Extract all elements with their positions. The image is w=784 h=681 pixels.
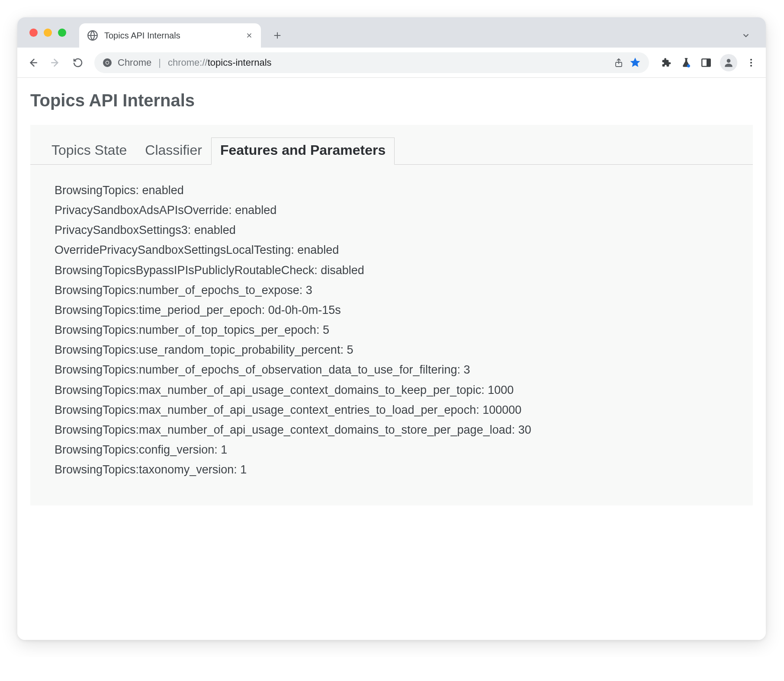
feature-row: BrowsingTopics:max_number_of_api_usage_c… <box>55 380 753 400</box>
feature-row: PrivacySandboxAdsAPIsOverride: enabled <box>55 200 753 220</box>
features-list: BrowsingTopics: enabled PrivacySandboxAd… <box>30 165 753 480</box>
feature-row: BrowsingTopics:taxonomy_version: 1 <box>55 460 753 480</box>
url-prefix: chrome:// <box>168 57 208 68</box>
tab-search-button[interactable] <box>736 26 755 45</box>
url-divider: | <box>158 57 161 68</box>
reload-button[interactable] <box>68 53 87 72</box>
svg-point-5 <box>687 64 690 67</box>
window-controls <box>29 29 66 37</box>
page-tabs: Topics State Classifier Features and Par… <box>30 137 753 165</box>
tab-title: Topics API Internals <box>104 31 180 41</box>
labs-icon[interactable] <box>680 57 692 69</box>
address-bar[interactable]: Chrome | chrome://topics-internals <box>94 52 649 73</box>
feature-row: BrowsingTopics: enabled <box>55 180 753 200</box>
svg-point-11 <box>750 65 752 67</box>
feature-row: BrowsingTopicsBypassIPIsPubliclyRoutable… <box>55 260 753 280</box>
feature-row: BrowsingTopics:max_number_of_api_usage_c… <box>55 400 753 420</box>
feature-row: BrowsingTopics:number_of_top_topics_per_… <box>55 320 753 340</box>
feature-row: BrowsingTopics:config_version: 1 <box>55 440 753 460</box>
chrome-icon <box>102 58 112 68</box>
svg-point-9 <box>750 59 752 61</box>
svg-point-3 <box>106 61 109 64</box>
feature-row: BrowsingTopics:time_period_per_epoch: 0d… <box>55 300 753 320</box>
profile-avatar[interactable] <box>720 54 737 71</box>
globe-icon <box>87 30 98 41</box>
tab-topics-state[interactable]: Topics State <box>42 137 136 165</box>
side-panel-icon[interactable] <box>700 57 712 69</box>
tab-close-icon[interactable] <box>245 32 253 39</box>
url-scheme-label: Chrome <box>118 57 151 68</box>
page-title: Topics API Internals <box>30 91 753 110</box>
window-close-button[interactable] <box>29 29 38 37</box>
content-panel: Topics State Classifier Features and Par… <box>30 125 753 505</box>
tab-strip: Topics API Internals <box>17 17 766 48</box>
extensions-icon[interactable] <box>660 57 672 69</box>
page-content: Topics API Internals Topics State Classi… <box>17 78 766 640</box>
browser-tab[interactable]: Topics API Internals <box>79 23 261 48</box>
svg-point-10 <box>750 62 752 64</box>
feature-row: BrowsingTopics:number_of_epochs_of_obser… <box>55 360 753 380</box>
window-maximize-button[interactable] <box>58 29 66 37</box>
feature-row: BrowsingTopics:max_number_of_api_usage_c… <box>55 420 753 440</box>
new-tab-button[interactable] <box>268 26 287 45</box>
feature-row: OverridePrivacySandboxSettingsLocalTesti… <box>55 240 753 260</box>
window-minimize-button[interactable] <box>44 29 52 37</box>
back-button[interactable] <box>23 53 42 72</box>
share-icon[interactable] <box>614 58 624 68</box>
forward-button[interactable] <box>46 53 65 72</box>
toolbar: Chrome | chrome://topics-internals <box>17 48 766 78</box>
tab-classifier[interactable]: Classifier <box>136 137 211 165</box>
feature-row: BrowsingTopics:use_random_topic_probabil… <box>55 340 753 360</box>
tab-features-and-parameters[interactable]: Features and Parameters <box>211 137 395 165</box>
browser-window: Topics API Internals <box>17 17 766 640</box>
kebab-menu-icon[interactable] <box>745 57 757 69</box>
url-path: topics-internals <box>208 57 272 68</box>
feature-row: BrowsingTopics:number_of_epochs_to_expos… <box>55 280 753 300</box>
feature-row: PrivacySandboxSettings3: enabled <box>55 220 753 240</box>
svg-rect-7 <box>707 59 710 66</box>
toolbar-actions <box>660 54 757 71</box>
svg-point-8 <box>727 59 731 63</box>
bookmark-star-icon[interactable] <box>629 57 641 69</box>
